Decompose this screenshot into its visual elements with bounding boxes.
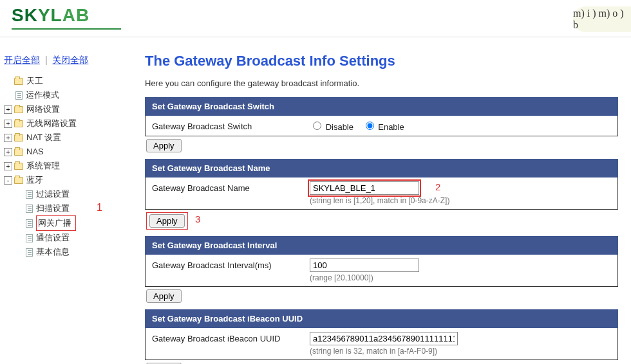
section-body-switch: Gateway Broadcast Switch Disable Enable [145,116,618,136]
doc-icon [26,190,33,199]
tree-item-bluetooth[interactable]: - 蓝牙 [4,173,124,187]
close-all-link[interactable]: 关闭全部 [52,55,88,65]
main-content: The Gateway Broadcast Info Settings Here… [138,39,631,364]
doc-icon [15,91,23,100]
label-uuid: Gateway Broadcast iBeacon UUID [152,332,310,343]
section-header-name: Set Gateway Broadcast Name [145,159,618,177]
folder-icon [14,78,23,85]
tree-label: NAT 设置 [26,131,61,145]
tree-item-filter[interactable]: 过滤设置 [4,187,124,201]
radio-disable[interactable] [313,122,321,130]
tree-item-wireless[interactable]: + 无线网路设置 [4,116,124,131]
expand-icon[interactable]: + [4,105,12,114]
tree-item-mode[interactable]: 运作模式 [4,88,124,102]
tree-item-tiangong[interactable]: 天工 [4,74,124,88]
topbar: SKYLAB m) i ) m) o ) b [0,0,631,37]
tree-item-basic[interactable]: 基本信息 [4,245,124,259]
input-broadcast-name[interactable] [310,181,419,195]
expand-icon[interactable]: + [4,162,12,170]
tree-item-scan[interactable]: 扫描设置 [4,201,124,215]
folder-icon [14,106,23,113]
callout-3: 3 [195,214,200,224]
expand-icon[interactable]: + [4,134,12,142]
label-switch: Gateway Broadcast Switch [152,120,310,131]
radio-enable-text: Enable [378,122,404,132]
folder-icon [14,120,23,127]
input-broadcast-interval[interactable] [310,259,419,272]
tree-item-network[interactable]: + 网络设置 [4,102,124,116]
section-header-interval: Set Gateway Broadcast Interval [145,236,618,255]
tree-label: NAS [26,145,44,159]
tree-label: 运作模式 [26,88,59,102]
page-title: The Gateway Broadcast Info Settings [145,53,618,69]
tree-item-nas[interactable]: + NAS [4,145,124,159]
label-name: Gateway Broadcast Name [152,181,310,193]
logo: SKYLAB [12,5,89,26]
folder-icon [14,177,23,184]
section-body-interval: Gateway Broadcast Interval(ms) (range [2… [145,255,618,287]
tree-label: 蓝牙 [26,173,43,187]
apply-name-button[interactable]: Apply [149,214,185,228]
separator: | [45,55,48,65]
tree-label: 基本信息 [36,245,70,259]
callout-1: 1 [97,202,102,214]
doc-icon [26,205,33,213]
tree-item-nat[interactable]: + NAT 设置 [4,131,124,145]
section-header-switch: Set Gateway Broadcast Switch [145,97,618,116]
tree-label: 网络设置 [26,102,60,116]
expand-icon[interactable]: + [4,120,12,128]
tree-label: 系统管理 [26,159,60,173]
radio-enable[interactable] [366,122,374,130]
section-header-uuid: Set Gateway Broadcast iBeacon UUID [145,309,618,328]
tree-label: 过滤设置 [36,187,70,201]
label-interval: Gateway Broadcast Interval(ms) [152,259,310,270]
tree-controls: 开启全部 | 关闭全部 [4,55,124,66]
doc-icon [26,234,33,242]
apply-interval-button[interactable]: Apply [146,289,182,303]
folder-icon [14,163,23,170]
tree-item-comm[interactable]: 通信设置 [4,231,124,245]
radio-enable-label[interactable]: Enable [363,122,404,132]
hint-uuid: (string len is 32, match in [a-fA-F0-9]) [310,347,611,356]
tree-label: 扫描设置 [36,201,70,215]
expand-icon[interactable]: + [4,148,12,156]
doc-icon [26,219,33,228]
collapse-icon[interactable]: - [4,176,12,185]
folder-icon [14,134,23,141]
apply-switch-button[interactable]: Apply [146,139,182,152]
section-body-name: Gateway Broadcast Name 2 (string len is … [145,177,618,210]
sidebar: 开启全部 | 关闭全部 天工 运作模式 + 网络设置 + 无线网路设置 + NA… [0,39,129,259]
nav-tree: 天工 运作模式 + 网络设置 + 无线网路设置 + NAT 设置 + NAS + [4,74,124,259]
page-subtitle: Here you can configure the gateway broad… [145,78,618,88]
hint-name: (string len is [1,20], match in [0-9a-zA… [310,196,611,205]
tree-label: 无线网路设置 [26,116,77,131]
radio-disable-text: Disable [326,122,353,132]
hint-interval: (range [20,10000]) [310,273,611,282]
callout-2: 2 [435,181,440,192]
tree-label: 网关广播 [36,215,76,231]
doc-icon [26,248,33,257]
tree-item-system[interactable]: + 系统管理 [4,159,124,173]
logo-underline [12,28,121,30]
tree-label: 天工 [26,74,43,88]
mimo-badge: m) i ) m) o ) b [573,6,631,32]
tree-item-broadcast[interactable]: 网关广播 [4,215,124,231]
tree-label: 通信设置 [36,231,70,245]
radio-disable-label[interactable]: Disable [310,122,353,132]
folder-icon [14,149,23,156]
open-all-link[interactable]: 开启全部 [4,55,40,65]
section-body-uuid: Gateway Broadcast iBeacon UUID (string l… [145,328,618,360]
input-ibeacon-uuid[interactable] [310,332,458,345]
